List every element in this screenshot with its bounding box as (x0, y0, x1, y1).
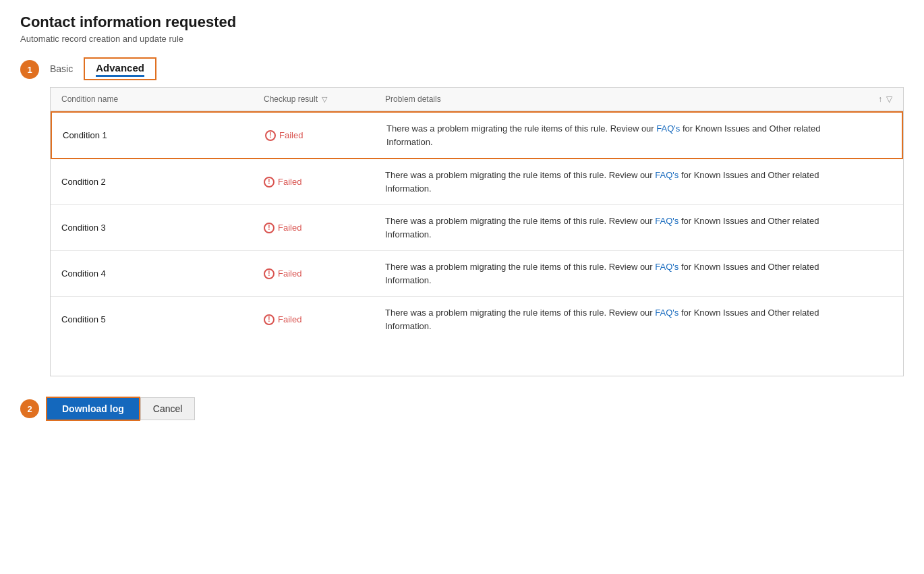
tab-advanced[interactable]: Advanced (84, 57, 156, 80)
status-failed-4: ! Failed (264, 268, 385, 279)
condition-name-4: Condition 4 (61, 268, 264, 279)
problem-details-3: There was a problem migrating the rule i… (385, 214, 852, 241)
table-row: Condition 4 ! Failed There was a problem… (51, 251, 903, 297)
condition-name-5: Condition 5 (61, 314, 264, 324)
faq-link-5[interactable]: FAQ's (655, 308, 678, 318)
failed-icon-5: ! (264, 314, 275, 325)
page-subtitle: Automatic record creation and update rul… (20, 34, 904, 44)
problem-details-4: There was a problem migrating the rule i… (385, 260, 852, 287)
failed-icon-3: ! (264, 223, 275, 233)
faq-link-4[interactable]: FAQ's (655, 262, 678, 272)
tab-advanced-underline (96, 75, 144, 77)
col-checkup-result: Checkup result ▽ (264, 94, 385, 104)
problem-details-5: There was a problem migrating the rule i… (385, 306, 852, 333)
col-problem-details: Problem details (385, 94, 852, 104)
status-failed-1: ! Failed (265, 130, 386, 141)
checkup-filter-icon[interactable]: ▽ (322, 95, 327, 104)
cancel-button[interactable]: Cancel (140, 397, 196, 420)
col-condition-name: Condition name (61, 94, 264, 104)
problem-details-2: There was a problem migrating the rule i… (385, 169, 852, 195)
failed-icon-2: ! (264, 177, 275, 188)
condition-name-1: Condition 1 (63, 130, 265, 140)
status-failed-5: ! Failed (264, 314, 385, 325)
step-1-badge: 1 (20, 60, 39, 79)
faq-link-2[interactable]: FAQ's (655, 170, 678, 180)
faq-link-3[interactable]: FAQ's (655, 216, 678, 226)
step-2-badge: 2 (20, 399, 39, 418)
table-row: Condition 3 ! Failed There was a problem… (51, 205, 903, 251)
status-failed-2: ! Failed (264, 177, 385, 188)
tab-basic[interactable]: Basic (50, 58, 84, 80)
empty-row (51, 342, 903, 376)
download-log-button[interactable]: Download log (46, 397, 140, 421)
filter-icon-right[interactable]: ▽ (886, 94, 892, 104)
table-row: Condition 5 ! Failed There was a problem… (51, 297, 903, 342)
page-title: Contact information requested (20, 13, 904, 31)
top-area: 1 Basic Advanced Condition name Checkup … (20, 57, 904, 376)
condition-name-2: Condition 2 (61, 177, 264, 187)
tab-advanced-label: Advanced (96, 62, 144, 74)
col-sort-filter: ↑ ▽ (852, 94, 892, 104)
tabs-and-table: Basic Advanced Condition name Checkup re… (50, 57, 904, 376)
table-row: Condition 1 ! Failed There was a problem… (51, 111, 903, 159)
failed-icon-1: ! (265, 130, 276, 141)
failed-icon-4: ! (264, 268, 275, 279)
conditions-table: Condition name Checkup result ▽ Problem … (50, 87, 904, 376)
condition-name-3: Condition 3 (61, 223, 264, 233)
status-failed-3: ! Failed (264, 223, 385, 233)
table-header: Condition name Checkup result ▽ Problem … (51, 88, 903, 111)
faq-link-1[interactable]: FAQ's (656, 123, 680, 134)
table-row: Condition 2 ! Failed There was a problem… (51, 159, 903, 205)
sort-icon[interactable]: ↑ (878, 94, 882, 104)
tabs-row: Basic Advanced (50, 57, 904, 80)
problem-details-1: There was a problem migrating the rule i… (386, 122, 850, 148)
bottom-section: 2 Download log Cancel (20, 397, 904, 421)
